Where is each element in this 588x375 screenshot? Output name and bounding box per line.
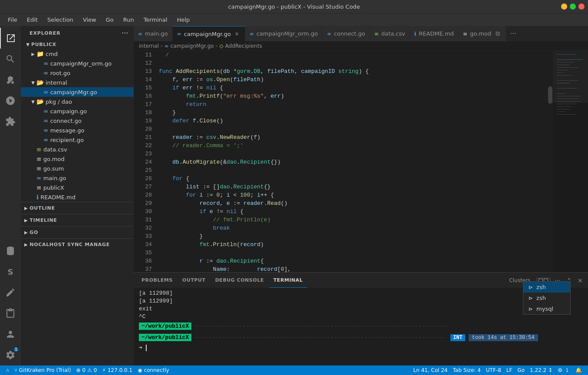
menu-item-view[interactable]: View	[79, 15, 101, 25]
timeline-section-header[interactable]: ▶ TIMELINE	[21, 216, 134, 224]
status-git[interactable]: ⑂ GitKraken Pro (Trial)	[12, 365, 73, 375]
dropdown-zsh-1[interactable]: ⊳ zsh	[523, 282, 570, 293]
terminal-icon-2: ⊳	[529, 295, 533, 301]
code-content[interactable]: / func AddRecipients(db *gorm.DB, filePa…	[155, 51, 547, 272]
terminal-content[interactable]: [a 112998] [a 112999] exit ^C ~/work/pub…	[134, 288, 588, 365]
breadcrumb-internal[interactable]: internal	[139, 43, 159, 49]
minimize-button[interactable]: −	[561, 3, 567, 10]
code-editor[interactable]: 11 12 13 14 15 16 17 18 19 20 21 22 23 2…	[134, 51, 547, 272]
status-version[interactable]: 1.22.2 ↕	[527, 365, 555, 375]
panel-tabs: PROBLEMS OUTPUT DEBUG CONSOLE TERMINAL C…	[134, 273, 588, 288]
mod-file-icon: ≡	[36, 155, 42, 162]
svg-rect-23	[557, 112, 565, 112]
database-icon[interactable]	[0, 240, 21, 261]
terminal-line-4: ^C	[139, 313, 583, 321]
tab-output[interactable]: OUTPUT	[178, 273, 210, 288]
root-arrow: ▼	[24, 41, 31, 48]
tab-readme[interactable]: ℹ README.md	[410, 26, 459, 41]
settings-icon[interactable]: 1	[0, 345, 21, 365]
dropdown-zsh-2[interactable]: ⊳ zsh	[523, 293, 570, 303]
status-encoding[interactable]: UTF-8	[483, 365, 504, 375]
menu-item-file[interactable]: File	[3, 15, 22, 25]
scrollbar-thumb[interactable]	[548, 86, 552, 104]
sidebar-item-campaign[interactable]: ∞ campaign.go	[21, 106, 134, 116]
sidebar-item-publicX[interactable]: ≡ publicX	[21, 183, 134, 192]
terminal-path-line1: ~/work/publicX ‐‐‐‐‐‐‐‐‐‐‐‐‐‐‐‐‐‐‐‐‐‐‐‐‐…	[139, 322, 583, 330]
publicx-file-icon: ≡	[36, 184, 42, 191]
explorer-icon[interactable]	[0, 28, 21, 49]
status-ip[interactable]: ⚡ 127.0.0.1	[99, 365, 135, 375]
terminal-path-line2: ~/work/publicX ‐‐‐‐‐‐‐‐‐‐‐‐‐‐‐‐‐‐‐‐‐‐‐‐‐…	[139, 334, 583, 342]
git-icon2[interactable]	[0, 282, 21, 303]
sidebar-item-readme[interactable]: ℹ README.md	[21, 192, 134, 202]
sidebar-item-cmd[interactable]: ▶ 📁 cmd	[21, 49, 134, 59]
tab-main-go[interactable]: ∞ main.go	[134, 26, 173, 41]
status-tab-size[interactable]: Tab Size: 4	[450, 365, 483, 375]
status-line-ending[interactable]: LF	[504, 365, 515, 375]
sidebar-item-root-go[interactable]: ∞ root.go	[21, 68, 134, 78]
root-label: PUBLICX	[31, 42, 56, 47]
tab-go-mod[interactable]: ≡ go.mod ⧉	[459, 26, 506, 41]
menu-item-go[interactable]: Go	[102, 15, 118, 25]
sidebar-item-message[interactable]: ∞ message.go	[21, 125, 134, 135]
sidebar-item-internal[interactable]: ▼ 📂 internal	[21, 78, 134, 87]
tree-root[interactable]: ▼ PUBLICX	[21, 39, 134, 49]
tabs-bar: ∞ main.go ∞ campaignMgr.go × ∞ campaignM…	[134, 26, 588, 41]
breadcrumb-file[interactable]: campaignMgr.go	[171, 43, 214, 49]
status-errors[interactable]: ⊗ 0 ⚠ 0	[73, 365, 99, 375]
tab-debug-console[interactable]: DEBUG CONSOLE	[211, 273, 268, 288]
go-section-header[interactable]: ▶ GO	[21, 228, 134, 237]
sidebar-item-connect[interactable]: ∞ connect.go	[21, 116, 134, 125]
cmd-arrow: ▶	[30, 50, 36, 57]
menu-item-help[interactable]: Help	[173, 15, 194, 25]
s-icon[interactable]: S	[0, 261, 21, 282]
tab-connect[interactable]: ∞ connect.go	[322, 26, 370, 41]
sidebar-item-recipient[interactable]: ∞ recipient.go	[21, 135, 134, 145]
status-remote[interactable]: ⑃	[3, 365, 12, 375]
tab-icon-mod: ≡	[463, 31, 467, 37]
status-position[interactable]: Ln 41, Col 24	[411, 365, 450, 375]
svg-rect-22	[557, 109, 570, 109]
tab-problems[interactable]: PROBLEMS	[137, 273, 177, 288]
svg-point-1	[7, 81, 10, 84]
nocalhost-section-header[interactable]: ▶ NOCALHOST SYNC MANAGE	[21, 240, 134, 249]
status-settings-sync[interactable]: ⚙ 1	[555, 365, 573, 375]
sidebar-item-go-sum[interactable]: ≡ go.sum	[21, 164, 134, 173]
menu-bar: FileEditSelectionViewGoRunTerminalHelp	[0, 13, 588, 26]
tabs-more-button[interactable]: ···	[506, 30, 520, 38]
menu-item-terminal[interactable]: Terminal	[139, 15, 172, 25]
dropdown-mysql[interactable]: ⊳ mysql	[523, 303, 570, 314]
close-button[interactable]: ×	[578, 3, 585, 10]
source-control-icon[interactable]	[0, 69, 21, 90]
menu-item-run[interactable]: Run	[119, 15, 138, 25]
status-notifications[interactable]: 🔔	[573, 365, 585, 375]
sidebar-item-campaignMgr[interactable]: ∞ campaignMgr.go	[21, 87, 134, 97]
sidebar-item-go-mod[interactable]: ≡ go.mod	[21, 154, 134, 164]
sidebar-item-campaignMgr-orm[interactable]: ∞ campaignMgr_orm.go	[21, 59, 134, 68]
sidebar-item-main-go[interactable]: ∞ main.go	[21, 173, 134, 183]
panel-close-button[interactable]: ×	[576, 276, 585, 285]
maximize-button[interactable]: +	[570, 3, 576, 10]
tab-close-campaign[interactable]: ×	[233, 30, 240, 37]
search-icon[interactable]	[0, 49, 21, 69]
tab-campaignMgr-go[interactable]: ∞ campaignMgr.go ×	[173, 26, 245, 41]
outline-section-header[interactable]: ▶ OUTLINE	[21, 204, 134, 212]
run-debug-icon[interactable]	[0, 90, 21, 111]
tab-split-icon[interactable]: ⧉	[494, 30, 502, 37]
clipboard-icon[interactable]	[0, 303, 21, 324]
menu-item-edit[interactable]: Edit	[23, 15, 42, 25]
menu-item-selection[interactable]: Selection	[43, 15, 78, 25]
editor-scrollbar[interactable]	[547, 51, 553, 272]
tab-data-csv[interactable]: ≡ data.csv	[370, 26, 410, 41]
sidebar-item-data-csv[interactable]: ≡ data.csv	[21, 145, 134, 154]
breadcrumb-function[interactable]: AddRecipients	[225, 43, 262, 49]
status-connect[interactable]: ◉ connectly	[135, 365, 172, 375]
extensions-icon[interactable]	[0, 111, 21, 132]
sidebar-more-icon[interactable]: ···	[122, 30, 128, 36]
tab-terminal[interactable]: TERMINAL	[269, 273, 307, 288]
status-language[interactable]: Go	[515, 365, 527, 375]
sidebar-item-pkg-dao[interactable]: ▼ 📂 pkg / dao	[21, 97, 134, 106]
breadcrumb-fn-icon: ◇	[219, 43, 223, 49]
tab-campaignMgr-orm[interactable]: ∞ campaignMgr_orm.go	[245, 26, 322, 41]
account-icon[interactable]	[0, 324, 21, 345]
